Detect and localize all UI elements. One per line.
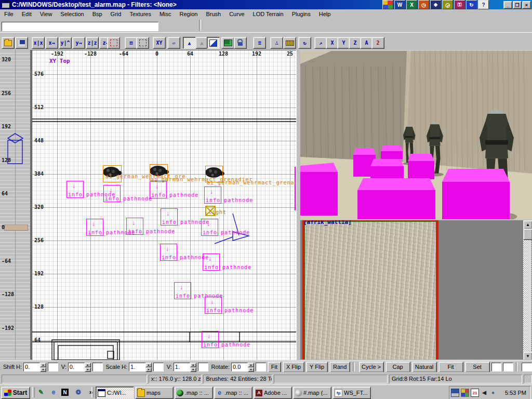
surface-aux-input[interactable] [522,363,532,371]
xy-view-toggle-button[interactable]: XY [153,37,166,49]
menu-view[interactable]: View [36,10,57,18]
z-axis-flip-button[interactable]: z|z [86,37,99,49]
minimize-button[interactable]: _ [503,1,512,9]
spin-value[interactable]: 0. [68,363,85,371]
task-button[interactable]: C:/WI... [96,387,134,399]
spin-up-button[interactable]: ▲ [85,363,91,367]
x-axis-flip-button[interactable]: x|x [32,37,45,49]
y-axis-flip-button[interactable]: y|^ [59,37,72,49]
scroll-thumb[interactable] [523,229,532,240]
show-desktop-icon[interactable]: ✎ [36,388,46,397]
clock-icon[interactable]: ◶ [442,0,453,9]
surface-spinbox[interactable]: 0.▲▼ [23,363,46,371]
spin-value[interactable]: 0. [23,363,40,371]
scroll-down-button[interactable]: ▼ [523,352,532,360]
surface-aux-input[interactable] [92,363,103,371]
overflow-chevron[interactable]: » [86,388,96,397]
path-tool-button[interactable]: ∴ [270,37,283,49]
office-logo-icon[interactable] [382,0,393,9]
help-icon[interactable]: ? [478,0,489,9]
task-button[interactable]: #.map (... [293,387,331,399]
refresh-icon[interactable]: ↻ [466,0,477,9]
display-icon[interactable] [461,389,469,397]
spin-value[interactable]: 0.0 [231,363,248,371]
console-button[interactable]: ≡ [253,37,266,49]
task-button[interactable]: fpWS_FT... [332,387,371,399]
x-axis-rotate-button[interactable]: x→ [45,37,58,49]
two-tone-view-button[interactable] [207,37,220,49]
surface-aux-input[interactable] [48,363,58,371]
spin-up-button[interactable]: ▲ [145,363,152,367]
menu-brush[interactable]: Brush [202,10,225,18]
access-key-icon[interactable]: ⚿ [454,0,465,9]
surface-spinbox[interactable]: 1.▲▼ [129,363,152,371]
scroll-up-button[interactable]: ▲ [523,220,532,229]
filter-input[interactable] [2,22,158,31]
eye2-button[interactable]: 2 [371,37,384,49]
texture-scrollbar[interactable]: ▲ ▼ [523,220,531,360]
menu-region[interactable]: Region [176,10,202,18]
spin-up-button[interactable]: ▲ [190,363,196,367]
patch-button-cap[interactable]: Cap [385,362,410,373]
surface-button-fit[interactable]: Fit [268,362,281,373]
schedule-icon[interactable]: ◷ [418,0,429,9]
task-button[interactable]: e.map :: ... [214,387,252,399]
refresh-views-button[interactable]: ↻ [298,37,311,49]
selection-box-button[interactable] [136,37,149,49]
taskbar-grip[interactable] [32,387,35,397]
menu-lod-terrain[interactable]: LOD Terrain [249,10,288,18]
task-button[interactable]: .map :: ... [175,387,213,399]
menu-misc[interactable]: Misc [155,10,176,18]
menu-textures[interactable]: Textures [125,10,155,18]
surface-aux-input[interactable] [256,363,266,371]
surface-button-y-flip[interactable]: Y Flip [306,362,328,373]
netscape-icon[interactable]: N [61,389,69,396]
spin-down-button[interactable]: ▼ [145,367,152,372]
outlook-icon[interactable]: ❂ [74,388,83,397]
menu-curve[interactable]: Curve [225,10,248,18]
menu-edit[interactable]: Edit [18,10,36,18]
patch-button-fit[interactable]: Fit [438,362,463,373]
open-file-button[interactable] [2,37,15,49]
spin-down-button[interactable]: ▼ [248,367,254,372]
internet-explorer-icon[interactable]: e [49,388,58,397]
menu-file[interactable]: File [0,10,18,18]
spin-value[interactable]: 1. [174,363,190,371]
taskbar-grip[interactable] [91,387,94,397]
surface-aux-input[interactable] [503,363,513,371]
excel-icon[interactable]: X [406,0,417,9]
surface-aux-input[interactable] [198,363,208,371]
spin-up-button[interactable]: ▲ [40,363,46,367]
surface-button-rand[interactable]: Rand [329,362,350,373]
cone-select-button[interactable]: ▲ [183,37,196,49]
spin-arrows[interactable]: ▲▼ [190,363,196,371]
surface-spinbox[interactable]: 1.▲▼ [174,363,196,371]
spin-down-button[interactable]: ▼ [40,367,46,372]
spin-up-button[interactable]: ▲ [248,363,254,367]
menu-bsp[interactable]: Bsp [88,10,107,18]
network-icon[interactable] [451,389,459,397]
patch-button-set[interactable]: Set [465,362,490,373]
surface-button-x-flip[interactable]: X Flip [283,362,304,373]
texture-browser-panel[interactable]: [afrik_wall1a] ▲ ▼ [300,220,532,360]
surface-aux-input[interactable] [491,363,502,371]
selected-texture-tile[interactable] [302,220,438,360]
start-button[interactable]: Start [1,387,30,399]
surface-spinbox[interactable]: 0.▲▼ [68,363,91,371]
show-textures-button[interactable] [221,37,234,49]
scheduler-icon[interactable]: ● [489,389,497,396]
binder-icon[interactable]: ❖ [430,0,441,9]
spin-arrows[interactable]: ▲▼ [145,363,152,371]
y-axis-rotate-button[interactable]: y→ [72,37,85,49]
save-file-button[interactable] [15,37,28,49]
surface-spinbox[interactable]: 0.0▲▼ [231,363,254,371]
menu-plugins[interactable]: Plugins [288,10,315,18]
task-button[interactable]: maps [135,387,174,399]
volume-icon[interactable]: ◀ [481,389,488,396]
menu-help[interactable]: Help [315,10,335,18]
restore-button[interactable]: ❐ [513,1,522,9]
patch-button-natural[interactable]: Natural [412,362,437,373]
measure-tool-button[interactable] [283,37,296,49]
camera-3d-view[interactable] [300,50,532,219]
calendar-icon[interactable]: 21 [471,389,479,397]
